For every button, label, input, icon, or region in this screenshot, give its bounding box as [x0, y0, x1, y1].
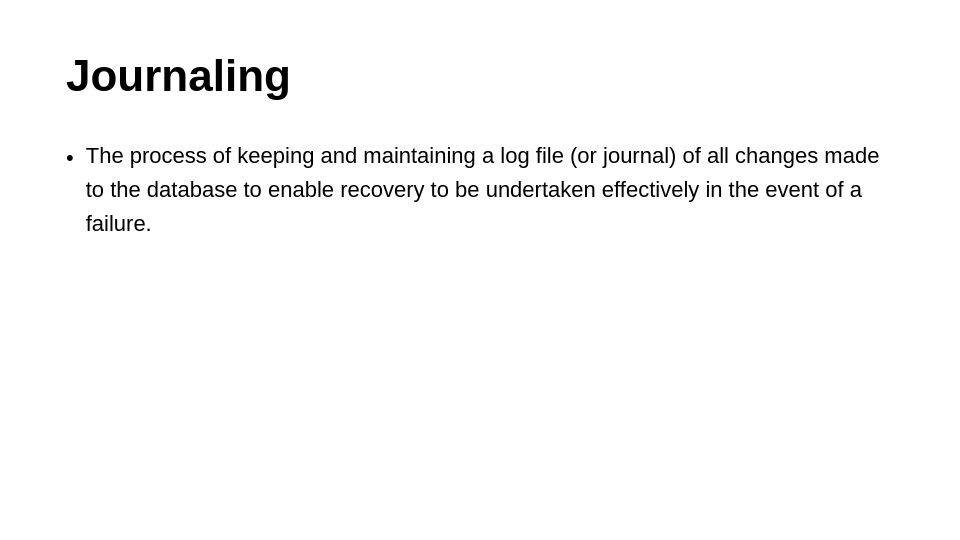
bullet-list: • The process of keeping and maintaining…	[66, 139, 894, 241]
list-item: • The process of keeping and maintaining…	[66, 139, 894, 241]
slide-title: Journaling	[66, 50, 894, 103]
bullet-text: The process of keeping and maintaining a…	[86, 139, 894, 241]
slide-container: Journaling • The process of keeping and …	[0, 0, 960, 540]
bullet-dot: •	[66, 141, 74, 174]
